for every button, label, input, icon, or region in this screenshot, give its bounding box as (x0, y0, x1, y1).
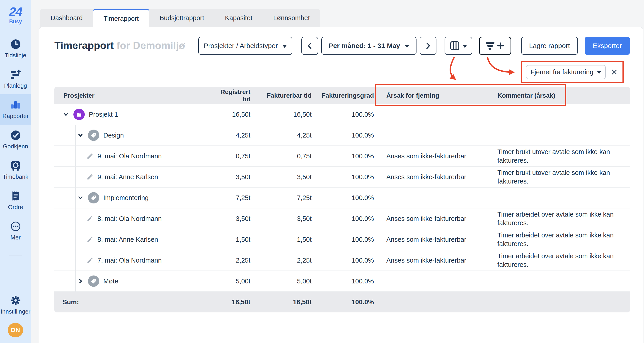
pencil-icon[interactable] (86, 236, 93, 243)
export-button[interactable]: Eksporter (585, 37, 630, 55)
save-report-button[interactable]: Lagre rapport (521, 37, 578, 55)
save-report-label: Lagre rapport (529, 42, 570, 50)
cell-billing-rate: 100.0% (315, 173, 377, 181)
sidebar: 24 Busy TidslinjePlanleggRapporterGodkje… (0, 0, 31, 343)
sidebar-item-label: Innstillinger (1, 308, 30, 315)
logo-brand-label: Busy (0, 18, 31, 25)
cell-registered-time: 7,25t (213, 194, 254, 202)
sidebar-item-label: Planlegg (4, 82, 27, 89)
app-window: 24 Busy TidslinjePlanleggRapporterGodkje… (0, 0, 644, 343)
add-filter-button[interactable] (479, 37, 511, 55)
annotation-arrow-filter (488, 58, 514, 72)
cell-billable-time: 4,25t (254, 132, 315, 139)
cell-removal-reason: Anses som ikke-fakturerbar (377, 215, 498, 222)
close-icon (611, 68, 618, 76)
tab-kapasitet[interactable]: Kapasitet (214, 8, 263, 27)
sidebar-item-timebank[interactable]: Timebank (0, 155, 31, 185)
pencil-icon[interactable] (86, 153, 93, 160)
chevron-down-icon[interactable] (77, 132, 84, 139)
previous-period-button[interactable] (302, 37, 318, 55)
row-label: 8. mai: Ola Nordmann (98, 215, 162, 222)
header-registered-time: Registrert tid (213, 88, 254, 103)
sidebar-nav: TidslinjePlanleggRapporterGodkjennTimeba… (0, 34, 31, 246)
cell-name: Møte (54, 276, 213, 287)
period-dropdown-label: Per måned: 1 - 31 May (328, 42, 400, 50)
chevron-down-icon[interactable] (62, 111, 69, 118)
table-row-worktype: Møte5,00t5,00t100.0% (54, 271, 630, 292)
tab-dashboard[interactable]: Dashboard (40, 8, 93, 27)
table-row-entry: 8. mai: Anne Karlsen1,50t1,50t100.0%Anse… (54, 229, 630, 250)
sidebar-item-planlegg[interactable]: Planlegg (0, 64, 31, 94)
pencil-icon[interactable] (86, 215, 93, 222)
ellipsis-icon (10, 221, 21, 232)
filter-chip-label: Fjernet fra fakturering (530, 68, 593, 76)
table-row-entry: 9. mai: Ola Nordmann0,75t0,75t100.0%Anse… (54, 146, 630, 167)
table-body: Prosjekt 116,50t16,50t100.0%Design4,25t4… (54, 104, 630, 292)
time-report-table: Prosjekter Registrert tid Fakturerbar ti… (54, 87, 630, 312)
pencil-icon[interactable] (86, 257, 93, 264)
cell-billing-rate: 100.0% (315, 152, 377, 160)
bar-chart-icon (10, 99, 21, 110)
period-dropdown[interactable]: Per måned: 1 - 31 May (321, 37, 416, 55)
cell-comment: Timer arbeidet over avtale som ikke kan … (498, 252, 630, 269)
cell-name: 7. mai: Ola Nordmann (54, 257, 213, 264)
sidebar-item-label: Rapporter (2, 112, 29, 120)
sidebar-item-tidslinje[interactable]: Tidslinje (0, 34, 31, 64)
cell-billable-time: 3,50t (254, 173, 315, 181)
sidebar-item-label: Timebank (3, 173, 28, 180)
cell-removal-reason: Anses som ikke-fakturerbar (377, 152, 498, 160)
sidebar-item-label: Ordre (8, 204, 23, 211)
sum-billable: 16,50t (254, 298, 315, 306)
remove-filter-button[interactable] (611, 68, 618, 76)
user-avatar[interactable]: ON (8, 323, 23, 337)
next-period-button[interactable] (420, 37, 436, 55)
cell-name: 9. mai: Anne Karlsen (54, 173, 213, 181)
table-row-entry: 8. mai: Ola Nordmann3,50t3,50t100.0%Anse… (54, 208, 630, 229)
table-sum-row: Sum: 16,50t 16,50t 100.0% (54, 292, 630, 312)
tab-lønnsomhet[interactable]: Lønnsomhet (263, 8, 320, 27)
cell-removal-reason: Anses som ikke-fakturerbar (377, 257, 498, 264)
cell-comment: Timer brukt utover avtale som ikke kan f… (498, 168, 630, 186)
cell-billing-rate: 100.0% (315, 236, 377, 243)
annotation-filter-chip-box: Fjernet fra fakturering (521, 61, 624, 83)
tab-budsjettrapport[interactable]: Budsjettrapport (149, 8, 214, 27)
sidebar-item-rapporter[interactable]: Rapporter (0, 94, 31, 124)
cell-comment: Timer arbeidet over avtale som ikke kan … (498, 210, 630, 228)
pencil-icon[interactable] (86, 174, 93, 180)
cell-registered-time: 4,25t (213, 132, 254, 139)
chevron-down-icon[interactable] (77, 194, 84, 201)
receipt-icon (10, 190, 21, 202)
sidebar-divider (8, 256, 22, 256)
chevron-right-icon[interactable] (77, 278, 84, 284)
tag-icon (88, 130, 99, 141)
app-logo[interactable]: 24 Busy (0, 5, 31, 25)
cell-billing-rate: 100.0% (315, 132, 377, 139)
sidebar-settings-slot: Innstillinger (0, 291, 31, 318)
table-row-entry: 7. mai: Ola Nordmann2,25t2,25t100.0%Anse… (54, 250, 630, 271)
tag-icon (88, 192, 99, 204)
sidebar-item-godkjenn[interactable]: Godkjenn (0, 124, 31, 155)
cell-comment: Timer arbeidet over avtale som ikke kan … (498, 231, 630, 248)
row-label: 7. mai: Ola Nordmann (98, 257, 162, 264)
sidebar-item-innstillinger[interactable]: Innstillinger (0, 291, 31, 318)
sidebar-item-mer[interactable]: Mer (0, 216, 31, 246)
row-label: Møte (103, 278, 118, 285)
row-label: 9. mai: Ola Nordmann (98, 152, 162, 160)
columns-dropdown-button[interactable] (444, 37, 472, 55)
cell-billable-time: 5,00t (254, 278, 315, 285)
cell-name: Prosjekt 1 (54, 109, 213, 120)
table-row-project: Prosjekt 116,50t16,50t100.0% (54, 104, 630, 125)
sidebar-item-ordre[interactable]: Ordre (0, 185, 31, 216)
tab-timerapport[interactable]: Timerapport (93, 8, 149, 27)
logo-24-icon: 24 (0, 5, 31, 18)
vault-icon (10, 160, 21, 171)
page-title-main: Timerapport (54, 40, 114, 51)
clock-icon (10, 38, 21, 50)
removed-from-billing-filter-dropdown[interactable]: Fjernet fra fakturering (526, 65, 606, 79)
tab-bar: DashboardTimerapportBudsjettrapportKapas… (40, 8, 320, 27)
sidebar-item-label: Mer (10, 234, 20, 241)
cell-removal-reason: Anses som ikke-fakturerbar (377, 236, 498, 243)
page-title: Timerapport for Demomiljø (54, 40, 185, 52)
chevron-down-icon (282, 45, 287, 48)
grouping-dropdown[interactable]: Prosjekter / Arbeidstyper (198, 37, 292, 55)
